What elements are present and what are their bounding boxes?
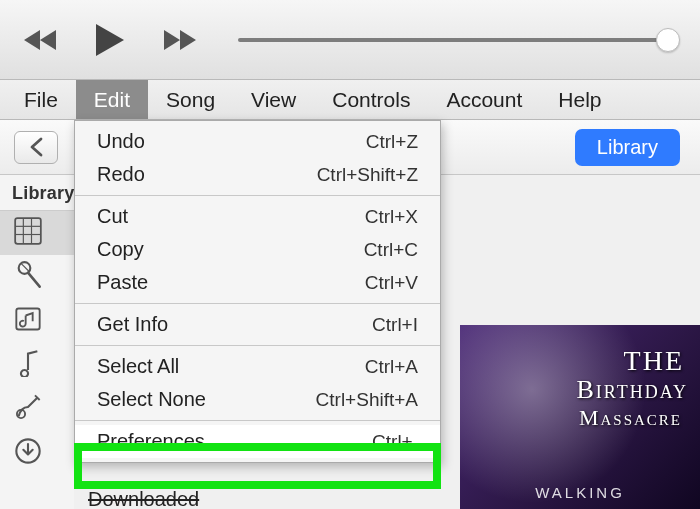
menu-item-cut[interactable]: Cut Ctrl+X <box>75 200 440 233</box>
guitar-icon <box>14 393 42 425</box>
microphone-icon <box>14 261 42 293</box>
music-note-icon <box>14 349 42 381</box>
menu-item-label: Select None <box>97 388 206 411</box>
menu-item-select-none[interactable]: Select None Ctrl+Shift+A <box>75 383 440 416</box>
menu-item-undo[interactable]: Undo Ctrl+Z <box>75 125 440 158</box>
progress-knob[interactable] <box>656 28 680 52</box>
sidebar-albums[interactable] <box>0 299 74 343</box>
menu-item-shortcut: Ctrl+Shift+Z <box>317 164 418 186</box>
sidebar-heading: Library <box>0 175 74 211</box>
menu-item-shortcut: Ctrl+Shift+A <box>316 389 418 411</box>
menu-item-get-info[interactable]: Get Info Ctrl+I <box>75 308 440 341</box>
menu-account[interactable]: Account <box>428 80 540 119</box>
menu-edit[interactable]: Edit <box>76 80 148 119</box>
menu-bar: File Edit Song View Controls Account Hel… <box>0 80 700 120</box>
menu-separator <box>75 420 440 421</box>
menu-item-paste[interactable]: Paste Ctrl+V <box>75 266 440 299</box>
album-artwork[interactable]: THE Birthday Massacre WALKING <box>460 325 700 509</box>
menu-item-shortcut: Ctrl+, <box>372 431 418 453</box>
sidebar-songs[interactable] <box>0 343 74 387</box>
menu-item-label: Cut <box>97 205 128 228</box>
back-button[interactable] <box>14 131 58 164</box>
menu-item-redo[interactable]: Redo Ctrl+Shift+Z <box>75 158 440 191</box>
menu-file[interactable]: File <box>6 80 76 119</box>
menu-separator <box>75 195 440 196</box>
menu-help[interactable]: Help <box>540 80 619 119</box>
rewind-button[interactable] <box>22 26 62 54</box>
grid-icon <box>14 217 42 249</box>
menu-view[interactable]: View <box>233 80 314 119</box>
menu-item-label: Preferences... <box>97 430 222 453</box>
svg-rect-8 <box>16 309 39 330</box>
menu-item-shortcut: Ctrl+Z <box>366 131 418 153</box>
menu-item-shortcut: Ctrl+A <box>365 356 418 378</box>
album-text-line2: Birthday <box>576 375 688 405</box>
menu-item-label: Copy <box>97 238 144 261</box>
menu-item-label: Paste <box>97 271 148 294</box>
sidebar-recently-added[interactable] <box>0 211 74 255</box>
svg-line-6 <box>28 273 40 287</box>
downloaded-label: Downloaded <box>88 488 199 509</box>
sidebar-genres[interactable] <box>0 387 74 431</box>
menu-item-select-all[interactable]: Select All Ctrl+A <box>75 350 440 383</box>
album-text-line1: THE <box>624 345 684 377</box>
menu-item-label: Redo <box>97 163 145 186</box>
album-text-sub: WALKING <box>535 484 625 501</box>
menu-item-shortcut: Ctrl+V <box>365 272 418 294</box>
download-icon <box>14 437 42 469</box>
menu-item-label: Get Info <box>97 313 168 336</box>
play-button[interactable] <box>94 22 126 58</box>
sidebar-artists[interactable] <box>0 255 74 299</box>
menu-controls[interactable]: Controls <box>314 80 428 119</box>
sidebar: Library <box>0 175 74 509</box>
svg-rect-0 <box>15 218 41 244</box>
menu-item-label: Select All <box>97 355 179 378</box>
library-tab-button[interactable]: Library <box>575 129 680 166</box>
menu-item-preferences[interactable]: Preferences... Ctrl+, <box>75 425 440 458</box>
menu-item-shortcut: Ctrl+I <box>372 314 418 336</box>
album-text-line3: Massacre <box>579 405 682 431</box>
menu-item-copy[interactable]: Copy Ctrl+C <box>75 233 440 266</box>
menu-song[interactable]: Song <box>148 80 233 119</box>
album-icon <box>14 305 42 337</box>
menu-item-shortcut: Ctrl+C <box>364 239 418 261</box>
edit-dropdown-menu: Undo Ctrl+Z Redo Ctrl+Shift+Z Cut Ctrl+X… <box>74 120 441 463</box>
menu-item-label: Undo <box>97 130 145 153</box>
menu-separator <box>75 303 440 304</box>
sidebar-downloaded[interactable] <box>0 431 74 475</box>
playback-toolbar <box>0 0 700 80</box>
menu-item-shortcut: Ctrl+X <box>365 206 418 228</box>
progress-slider[interactable] <box>238 38 678 42</box>
fast-forward-button[interactable] <box>158 26 198 54</box>
menu-separator <box>75 345 440 346</box>
